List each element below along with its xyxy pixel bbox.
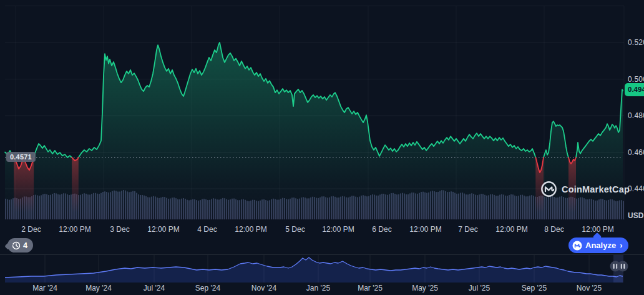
coinmarketcap-m-icon bbox=[572, 241, 582, 251]
analyze-button[interactable]: Analyze › bbox=[568, 238, 628, 253]
x-tick-label: 2 Dec bbox=[21, 225, 41, 234]
history-count: 4 bbox=[23, 241, 27, 250]
y-tick-label: 0.480 bbox=[628, 111, 644, 120]
open-price-label: 0.4571 bbox=[6, 152, 36, 162]
chevron-right-icon: › bbox=[620, 241, 622, 250]
navigator-month-label: Nov '25 bbox=[577, 284, 602, 292]
navigator-month-label: Mar '25 bbox=[358, 284, 383, 292]
current-price-badge: 0.494 bbox=[625, 83, 644, 96]
navigator-month-label: May '25 bbox=[412, 284, 438, 292]
history-badge[interactable]: 4 bbox=[7, 238, 33, 252]
price-chart-widget: 0.4571 0.494 0.5200.5000.4800.4600.440 U… bbox=[0, 0, 644, 295]
navigator-month-label: May '24 bbox=[85, 284, 112, 292]
pause-bars-icon bbox=[621, 264, 622, 269]
coinmarketcap-watermark: CoinMarketCap bbox=[540, 181, 630, 198]
y-tick-label: 0.460 bbox=[628, 148, 644, 157]
y-tick-label: 0.500 bbox=[628, 75, 644, 84]
x-tick-label: 12:00 PM bbox=[235, 225, 266, 234]
navigator-month-label: Sep '24 bbox=[195, 284, 220, 292]
price-area bbox=[5, 42, 623, 220]
pause-bars-icon bbox=[613, 264, 615, 269]
y-tick-label: 0.440 bbox=[628, 184, 644, 193]
navigator-month-label: Nov '24 bbox=[251, 284, 276, 292]
watermark-text: CoinMarketCap bbox=[562, 184, 630, 194]
navigator-month-label: Mar '24 bbox=[32, 284, 57, 292]
x-tick-label: 12:00 PM bbox=[59, 225, 90, 234]
x-tick-label: 12:00 PM bbox=[147, 225, 179, 234]
coinmarketcap-logo-icon bbox=[540, 181, 557, 198]
navigator-month-label: Jul '25 bbox=[469, 284, 490, 292]
brush-handle[interactable] bbox=[618, 261, 628, 272]
x-tick-label: 5 Dec bbox=[285, 225, 305, 234]
x-tick-label: 7 Dec bbox=[458, 225, 477, 234]
analyze-label: Analyze bbox=[585, 241, 616, 250]
x-tick-label: 12:00 PM bbox=[495, 225, 527, 234]
x-tick-label: 3 Dec bbox=[110, 225, 129, 234]
x-tick-label: 8 Dec bbox=[544, 225, 564, 234]
history-clock-icon bbox=[12, 241, 21, 250]
x-tick-label: 4 Dec bbox=[197, 225, 217, 234]
x-tick-label: 12:00 PM bbox=[409, 225, 441, 234]
currency-label: USD bbox=[628, 211, 643, 220]
navigator-month-label: Jul '24 bbox=[144, 284, 165, 292]
navigator-month-label: Sep '25 bbox=[522, 284, 547, 292]
red-dip-area bbox=[14, 158, 24, 220]
red-dip-area bbox=[24, 158, 34, 220]
red-dip-area bbox=[72, 158, 79, 220]
x-tick-label: 12:00 PM bbox=[322, 225, 354, 234]
y-tick-label: 0.520 bbox=[628, 38, 644, 47]
x-tick-label: 6 Dec bbox=[372, 225, 391, 234]
navigator-brush[interactable] bbox=[0, 254, 644, 283]
x-tick-label: 12:00 PM bbox=[582, 225, 613, 234]
navigator-month-label: Jan '25 bbox=[306, 284, 330, 292]
